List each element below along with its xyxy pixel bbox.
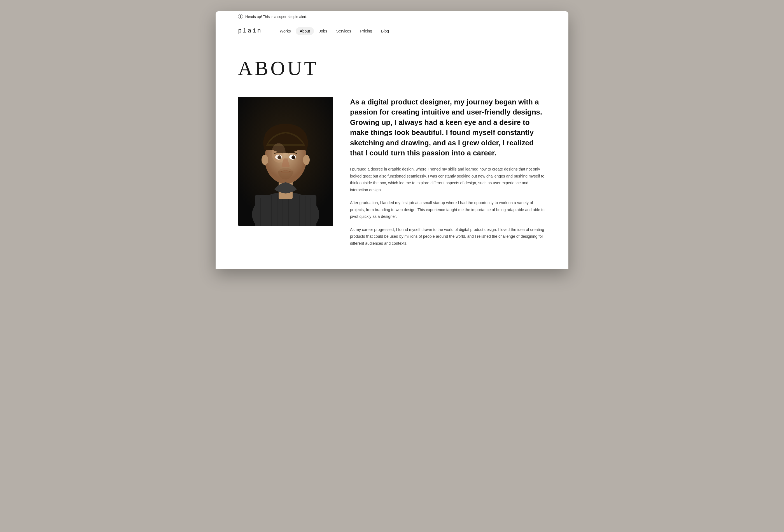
nav-link-pricing[interactable]: Pricing: [356, 27, 376, 35]
nav-link-works[interactable]: Works: [276, 27, 295, 35]
navbar: Plain Works About Jobs Services Pricing …: [216, 22, 568, 40]
nav-links: Works About Jobs Services Pricing Blog: [276, 29, 393, 34]
nav-item-pricing[interactable]: Pricing: [356, 29, 376, 34]
nav-item-jobs[interactable]: Jobs: [315, 29, 331, 34]
profile-image-container: [238, 97, 333, 226]
content-layout: As a digital product designer, my journe…: [238, 97, 546, 247]
body-paragraph-1: I pursued a degree in graphic design, wh…: [350, 166, 546, 193]
browser-window: ℹ Heads up! This is a super-simple alert…: [216, 11, 568, 269]
profile-svg: [238, 97, 333, 226]
svg-rect-3: [255, 195, 316, 226]
nav-item-works[interactable]: Works: [276, 29, 295, 34]
nav-link-about[interactable]: About: [296, 27, 314, 35]
svg-point-26: [261, 155, 268, 165]
main-content: ABOUT: [216, 40, 568, 269]
logo[interactable]: Plain: [238, 27, 262, 34]
svg-point-24: [294, 157, 295, 157]
nav-item-blog[interactable]: Blog: [377, 29, 393, 34]
nav-item-about[interactable]: About: [296, 29, 314, 34]
page-title: ABOUT: [238, 57, 546, 80]
intro-paragraph: As a digital product designer, my journe…: [350, 97, 546, 158]
nav-divider: [269, 27, 269, 35]
svg-point-28: [272, 143, 286, 163]
info-icon: ℹ: [238, 14, 243, 19]
body-paragraph-3: As my career progressed, I found myself …: [350, 226, 546, 247]
nav-item-services[interactable]: Services: [332, 29, 355, 34]
profile-image: [238, 97, 333, 226]
nav-link-services[interactable]: Services: [332, 27, 355, 35]
svg-point-22: [292, 156, 295, 159]
alert-text: Heads up! This is a super-simple alert.: [245, 15, 307, 19]
body-paragraph-2: After graduation, I landed my first job …: [350, 199, 546, 220]
nav-link-blog[interactable]: Blog: [377, 27, 393, 35]
nav-link-jobs[interactable]: Jobs: [315, 27, 331, 35]
svg-point-27: [303, 155, 310, 165]
alert-bar: ℹ Heads up! This is a super-simple alert…: [216, 11, 568, 22]
text-content: As a digital product designer, my journe…: [350, 97, 546, 247]
